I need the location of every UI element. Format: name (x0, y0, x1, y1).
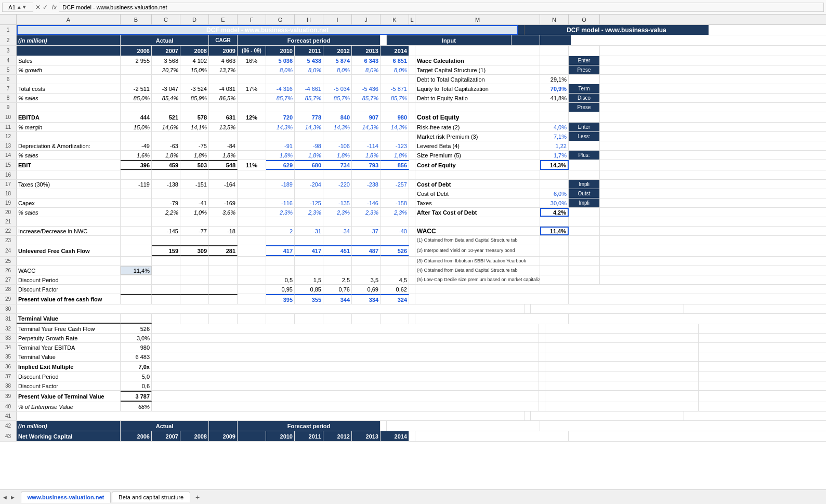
cell-j18 (352, 189, 381, 198)
cell-c17: -138 (152, 180, 180, 189)
col-header-h[interactable]: H (295, 15, 323, 24)
col-header-l[interactable]: L (409, 15, 415, 24)
col-header-a[interactable]: A (17, 15, 121, 24)
cell-m5: Target Capital Structure (1) (415, 65, 540, 74)
cell-g5: 8,0% (266, 65, 295, 74)
add-sheet-button[interactable]: + (191, 492, 204, 502)
col-header-j[interactable]: J (352, 15, 381, 24)
cell-n18: 6,0% (540, 189, 569, 198)
col-header-i[interactable]: I (323, 15, 352, 24)
cell-o22 (569, 227, 600, 235)
cell-a30 (17, 304, 525, 313)
confirm-icon[interactable]: ✓ (43, 4, 48, 11)
prev-sheet-icon[interactable]: ◄ (2, 494, 8, 500)
cell-c28 (152, 285, 180, 294)
col-header-k[interactable]: K (381, 15, 409, 24)
sheet-scroll-area[interactable]: 1 DCF model - www.business-valuation.net… (0, 25, 826, 489)
row-num-38: 38 (0, 381, 17, 390)
cell-d15: 503 (180, 160, 209, 170)
formula-input[interactable]: DCF model - www.business-valuation.net (59, 3, 824, 12)
table-row: 31 Terminal Value (0, 314, 826, 324)
cell-k11: 14,3% (381, 123, 409, 131)
cell-d24: 309 (180, 245, 209, 256)
table-row: 1 DCF model - www.business-valuation.net… (0, 25, 826, 35)
cell-g21 (266, 217, 295, 226)
cell-reference[interactable]: A1 ▲▼ (2, 3, 33, 12)
cell-m22: WACC (415, 227, 540, 235)
table-row: 5 % growth 20,7% 15,0% 13,7% 8,0% 8,0% 8… (0, 65, 826, 75)
function-icon: fx (52, 4, 57, 11)
cell-k19: -158 (381, 198, 409, 207)
cell-l18 (409, 189, 415, 198)
cell-l22 (409, 227, 415, 235)
cell-o4: Enter (569, 56, 600, 65)
cell-f2: CAGR (209, 35, 238, 45)
cell-b33: 3,0% (121, 334, 152, 342)
table-row: 6 Debt to Total Capitalization 29,1% (0, 75, 826, 84)
cell-e25 (209, 257, 238, 266)
cell-i43: 2012 (323, 431, 352, 441)
cell-b22 (121, 227, 152, 235)
cell-l34 (539, 343, 545, 352)
cell-a22: Increase/Decrease in NWC (17, 227, 121, 235)
cell-a27: Discount Period (17, 275, 121, 284)
cell-l21 (409, 217, 415, 226)
col-header-c[interactable]: C (152, 15, 180, 24)
cell-e43: 2009 (209, 431, 238, 441)
cell-o9: Prese (569, 103, 600, 112)
cell-c11: 14,6% (152, 123, 180, 131)
cell-b34: 980 (121, 343, 152, 352)
cell-o2 (540, 35, 571, 45)
row-num-34: 34 (0, 343, 17, 352)
cell-e6 (209, 75, 238, 84)
cell-h9 (295, 103, 323, 112)
col-header-m[interactable]: M (415, 15, 540, 24)
cell-e29 (209, 294, 238, 304)
col-header-n[interactable]: N (540, 15, 569, 24)
col-header-d[interactable]: D (180, 15, 209, 24)
table-row: 19 Capex -79 -41 -169 -116 -125 -135 -14… (0, 198, 826, 208)
cell-n6: 29,1% (540, 75, 569, 84)
cell-b5 (121, 65, 152, 74)
cancel-icon[interactable]: ✕ (35, 4, 41, 11)
cell-o24 (569, 245, 600, 256)
row-num-13: 13 (0, 141, 17, 150)
cell-j14: 1,8% (352, 151, 381, 160)
tab-beta-sheet[interactable]: Beta and capital structure (112, 492, 190, 502)
sheet-navigation[interactable]: ◄ ► (2, 494, 16, 500)
cell-k9 (381, 103, 409, 112)
cell-n27 (540, 275, 569, 284)
col-header-b[interactable]: B (121, 15, 152, 24)
col-header-e[interactable]: E (209, 15, 238, 24)
table-row: 30 (0, 304, 826, 314)
cell-f13 (238, 141, 266, 150)
cell-k13: -123 (381, 141, 409, 150)
cell-c20: 2,2% (152, 208, 180, 217)
col-header-f[interactable]: F (238, 15, 266, 24)
cell-l24 (409, 245, 415, 256)
cell-k18 (381, 189, 409, 198)
row-num-16: 16 (0, 170, 17, 179)
col-header-o[interactable]: O (569, 15, 600, 24)
cell-h13: -98 (295, 141, 323, 150)
cell-l1 (518, 25, 525, 35)
cell-l25 (409, 257, 415, 266)
cell-f18 (238, 189, 266, 198)
tab-main-sheet[interactable]: www.business-valuation.net (21, 492, 111, 503)
cell-m6: Debt to Total Capitalization (415, 75, 540, 84)
cell-d19: -41 (180, 198, 209, 207)
next-sheet-icon[interactable]: ► (10, 494, 16, 500)
cell-h18 (295, 189, 323, 198)
cell-a1[interactable]: DCF model - www.business-valuation.net (17, 25, 518, 35)
cell-a41 (17, 412, 525, 420)
cell-f6 (238, 75, 266, 84)
cell-f43 (238, 431, 266, 441)
cell-i25 (323, 257, 352, 266)
cell-j3: 2013 (352, 46, 381, 56)
row-num-35: 35 (0, 352, 17, 361)
cell-m43 (415, 431, 569, 441)
cell-b19 (121, 198, 152, 207)
col-header-g[interactable]: G (266, 15, 295, 24)
cell-bcde2: Actual (121, 35, 209, 45)
cell-k29: 324 (381, 294, 409, 304)
